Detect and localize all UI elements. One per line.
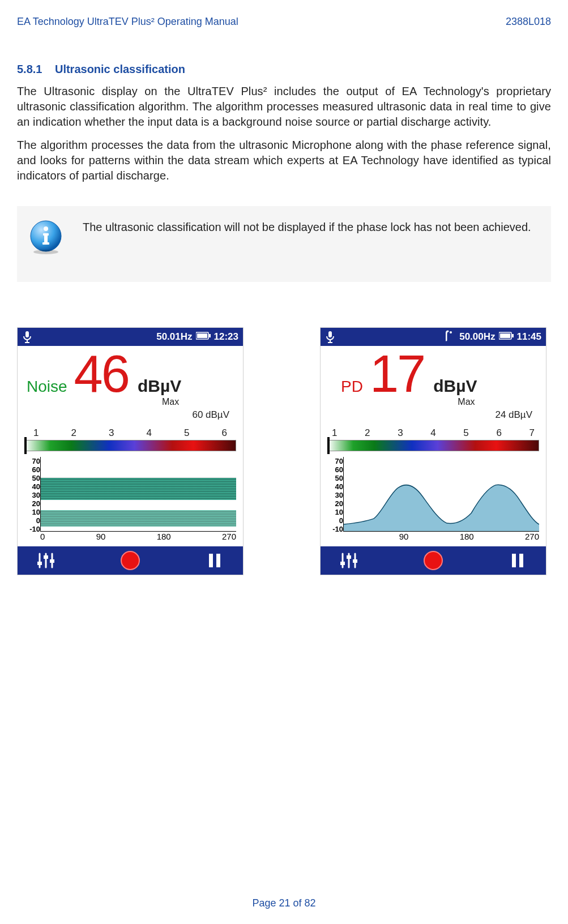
classification-label: PD bbox=[341, 378, 363, 396]
plot-y-axis: 70 60 50 40 30 20 10 0 -10 bbox=[24, 457, 40, 532]
svg-rect-30 bbox=[340, 562, 345, 565]
device-screenshot-pd: 50.00Hz 11:45 PD 17 dBµV Max 24 dBµV 1 2 bbox=[320, 327, 546, 575]
microphone-icon bbox=[22, 331, 32, 343]
svg-rect-6 bbox=[25, 331, 29, 337]
status-time: 11:45 bbox=[517, 331, 541, 343]
svg-rect-5 bbox=[42, 242, 49, 245]
phase-plot: 70 60 50 40 30 20 10 0 -10 bbox=[327, 457, 539, 542]
microphone-icon bbox=[325, 331, 335, 343]
section-number: 5.8.1 bbox=[17, 63, 42, 75]
battery-icon bbox=[499, 331, 514, 343]
svg-rect-34 bbox=[519, 554, 523, 567]
settings-icon[interactable] bbox=[33, 550, 58, 571]
max-value-line: 60 dBµV bbox=[18, 407, 243, 424]
battery-icon bbox=[196, 331, 211, 343]
device-toolbar bbox=[18, 546, 243, 575]
svg-rect-4 bbox=[44, 233, 48, 243]
svg-rect-21 bbox=[330, 340, 331, 342]
reading-value: 17 bbox=[370, 350, 424, 397]
settings-icon[interactable] bbox=[336, 550, 361, 571]
info-icon bbox=[28, 220, 63, 257]
status-time: 12:23 bbox=[214, 331, 238, 343]
plot-x-axis: 0 90 180 270 bbox=[40, 532, 236, 542]
classification-label: Noise bbox=[27, 378, 67, 396]
status-bar: 50.01Hz 12:23 bbox=[18, 328, 243, 346]
svg-rect-16 bbox=[44, 555, 48, 559]
status-frequency: 50.01Hz bbox=[156, 331, 192, 343]
header-right: 2388L018 bbox=[506, 16, 551, 28]
svg-rect-20 bbox=[328, 331, 332, 337]
svg-rect-19 bbox=[216, 554, 220, 567]
svg-rect-17 bbox=[50, 559, 54, 563]
plot-y-axis: 70 60 50 40 30 20 10 0 -10 bbox=[327, 457, 343, 532]
max-value-line: 24 dBµV bbox=[321, 407, 546, 424]
status-frequency: 50.00Hz bbox=[459, 331, 495, 343]
info-note-text: The ultrasonic classification will not b… bbox=[83, 220, 531, 235]
status-bar: 50.00Hz 11:45 bbox=[321, 328, 546, 346]
severity-scale-numbers: 1 2 3 4 5 6 7 bbox=[321, 424, 546, 440]
svg-rect-18 bbox=[209, 554, 213, 567]
max-label: Max bbox=[458, 397, 475, 407]
record-button[interactable] bbox=[118, 550, 143, 571]
svg-rect-26 bbox=[512, 334, 514, 337]
reading-unit: dBµV bbox=[138, 377, 181, 396]
phase-lock-icon bbox=[446, 330, 456, 344]
plot-x-axis: 0 90 180 270 bbox=[343, 532, 539, 542]
pause-button[interactable] bbox=[505, 550, 530, 571]
reading-unit: dBµV bbox=[433, 377, 477, 396]
svg-rect-8 bbox=[25, 342, 29, 343]
page-footer: Page 21 of 82 bbox=[0, 897, 568, 909]
header-left: EA Technology UltraTEV Plus² Operating M… bbox=[17, 16, 238, 28]
pause-button[interactable] bbox=[202, 550, 227, 571]
reading-value: 46 bbox=[74, 350, 129, 397]
svg-rect-7 bbox=[27, 340, 28, 342]
device-toolbar bbox=[321, 546, 546, 575]
severity-scale-numbers: 1 2 3 4 5 6 bbox=[18, 424, 243, 440]
svg-rect-11 bbox=[209, 334, 211, 337]
svg-point-2 bbox=[44, 226, 48, 231]
svg-point-23 bbox=[450, 331, 452, 333]
svg-rect-10 bbox=[197, 333, 207, 338]
svg-point-1 bbox=[33, 250, 58, 254]
svg-rect-33 bbox=[512, 554, 516, 567]
device-screenshot-noise: 50.01Hz 12:23 Noise 46 dBµV Max 60 dBµV … bbox=[17, 327, 244, 575]
max-label: Max bbox=[162, 397, 179, 407]
svg-rect-15 bbox=[37, 562, 42, 565]
svg-rect-32 bbox=[353, 559, 357, 563]
svg-rect-31 bbox=[347, 555, 351, 559]
paragraph-2: The algorithm processes the data from th… bbox=[17, 138, 551, 183]
info-note-box: The ultrasonic classification will not b… bbox=[17, 206, 551, 282]
phase-plot: 70 60 50 40 30 20 10 0 -10 0 90 bbox=[24, 457, 236, 542]
svg-rect-22 bbox=[328, 342, 332, 343]
paragraph-1: The Ultrasonic display on the UltraTEV P… bbox=[17, 84, 551, 130]
severity-gradient-bar bbox=[24, 440, 236, 451]
section-title: Ultrasonic classification bbox=[55, 63, 185, 75]
record-button[interactable] bbox=[421, 550, 446, 571]
severity-gradient-bar bbox=[327, 440, 539, 451]
svg-rect-25 bbox=[500, 333, 510, 338]
section-heading: 5.8.1 Ultrasonic classification bbox=[17, 63, 551, 76]
